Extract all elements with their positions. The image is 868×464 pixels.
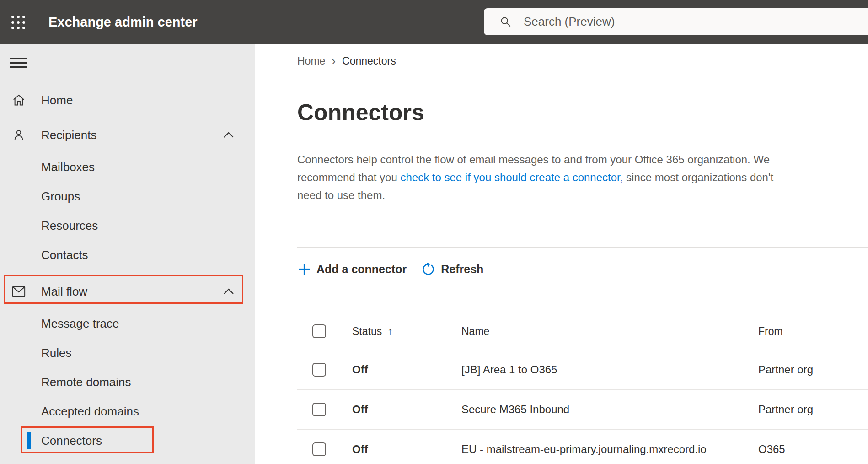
description-text: since most organizations don't: [623, 171, 773, 183]
sidebar-item-label: Home: [41, 93, 73, 108]
search-icon: [499, 16, 512, 28]
table-row[interactable]: Off EU - mailstream-eu-primary.journalin…: [297, 430, 868, 464]
name-cell[interactable]: Secure M365 Inbound: [461, 403, 758, 416]
name-cell[interactable]: EU - mailstream-eu-primary.journaling.mx…: [461, 443, 758, 456]
sidebar-item-rules[interactable]: Rules: [0, 338, 255, 367]
app-launcher-button[interactable]: [0, 0, 30, 44]
toolbar-divider: [297, 247, 868, 248]
sidebar-item-contacts[interactable]: Contacts: [0, 240, 255, 270]
global-search-box[interactable]: [484, 8, 868, 35]
collapse-nav-button[interactable]: [10, 54, 28, 72]
select-all-checkbox[interactable]: [312, 324, 326, 338]
sidebar-item-resources[interactable]: Resources: [0, 211, 255, 240]
toolbar: Add a connector Refresh: [297, 259, 868, 280]
plus-icon: [297, 262, 311, 276]
page-title: Connectors: [297, 100, 868, 125]
sidebar-item-groups[interactable]: Groups: [0, 182, 255, 211]
sidebar-item-mailboxes[interactable]: Mailboxes: [0, 152, 255, 182]
page-description: Connectors help control the flow of emai…: [297, 151, 868, 204]
breadcrumb: Home › Connectors: [297, 44, 868, 67]
app-title: Exchange admin center: [48, 15, 198, 30]
hamburger-icon: [10, 66, 27, 68]
top-bar: Exchange admin center: [0, 0, 868, 44]
refresh-button[interactable]: Refresh: [421, 262, 483, 276]
sidebar-item-label: Accepted domains: [41, 405, 139, 419]
column-header-name[interactable]: Name: [461, 325, 758, 338]
sidebar-item-recipients[interactable]: Recipients: [0, 118, 255, 152]
sidebar-item-label: Remote domains: [41, 375, 131, 389]
column-header-from[interactable]: From: [758, 325, 868, 338]
status-cell: Off: [352, 443, 461, 456]
from-cell: Partner org: [758, 403, 868, 416]
sidebar-item-label: Recipients: [41, 128, 96, 142]
table-row[interactable]: Off Secure M365 Inbound Partner org: [297, 390, 868, 430]
column-header-status[interactable]: Status ↑: [352, 325, 461, 338]
main-content: Home › Connectors Connectors Connectors …: [255, 44, 868, 464]
sidebar-item-connectors[interactable]: Connectors: [0, 426, 255, 455]
selected-indicator-bar: [27, 432, 31, 449]
name-cell[interactable]: [JB] Area 1 to O365: [461, 363, 758, 376]
hamburger-icon: [10, 62, 27, 64]
sort-ascending-icon: ↑: [387, 325, 393, 338]
sidebar-item-label: Resources: [41, 219, 98, 233]
sidebar-item-label: Groups: [41, 189, 80, 204]
description-text: Connectors help control the flow of emai…: [297, 153, 770, 166]
refresh-label: Refresh: [441, 263, 483, 276]
description-text: need to use them.: [297, 189, 385, 201]
sidebar-item-accepted-domains[interactable]: Accepted domains: [0, 397, 255, 426]
sidebar-item-label: Mailboxes: [41, 160, 95, 174]
sidebar-item-label: Connectors: [41, 434, 102, 448]
description-text: recommend that you: [297, 171, 400, 183]
select-row-checkbox[interactable]: [312, 442, 326, 456]
column-header-label: Status: [352, 325, 382, 338]
breadcrumb-home-link[interactable]: Home: [297, 55, 325, 67]
sidebar-item-label: Message trace: [41, 317, 119, 331]
chevron-up-icon: [223, 288, 234, 295]
sidebar-item-message-trace[interactable]: Message trace: [0, 309, 255, 338]
person-icon: [12, 128, 26, 142]
breadcrumb-separator-icon: ›: [332, 55, 336, 67]
add-connector-label: Add a connector: [316, 263, 407, 276]
sidebar-item-remote-domains[interactable]: Remote domains: [0, 367, 255, 397]
add-connector-button[interactable]: Add a connector: [297, 262, 407, 276]
table-row[interactable]: Off [JB] Area 1 to O365 Partner org: [297, 350, 868, 390]
table-header-row: Status ↑ Name From: [297, 313, 868, 350]
breadcrumb-current: Connectors: [342, 55, 396, 67]
select-row-checkbox[interactable]: [312, 363, 326, 377]
status-cell: Off: [352, 363, 461, 376]
search-input[interactable]: [524, 15, 868, 29]
status-cell: Off: [352, 403, 461, 416]
refresh-icon: [421, 262, 435, 276]
sidebar-item-label: Mail flow: [41, 285, 87, 299]
sidebar-item-mail-flow[interactable]: Mail flow: [0, 274, 255, 309]
chevron-up-icon: [223, 131, 234, 139]
select-row-checkbox[interactable]: [312, 403, 326, 416]
home-icon: [12, 93, 26, 107]
from-cell: Partner org: [758, 363, 868, 376]
connectors-table: Status ↑ Name From Off [JB] Area 1 to O3…: [297, 313, 868, 464]
sidebar-item-home[interactable]: Home: [0, 83, 255, 118]
waffle-icon: [11, 15, 26, 30]
sidebar-item-label: Contacts: [41, 248, 88, 262]
left-navigation: Home Recipients Mailboxes Groups Reso: [0, 44, 255, 464]
hamburger-icon: [10, 58, 27, 59]
sidebar-item-label: Rules: [41, 346, 71, 360]
envelope-icon: [12, 286, 26, 297]
from-cell: O365: [758, 443, 868, 456]
create-connector-check-link[interactable]: check to see if you should create a conn…: [400, 171, 623, 183]
nav-list: Home Recipients Mailboxes Groups Reso: [0, 83, 255, 455]
